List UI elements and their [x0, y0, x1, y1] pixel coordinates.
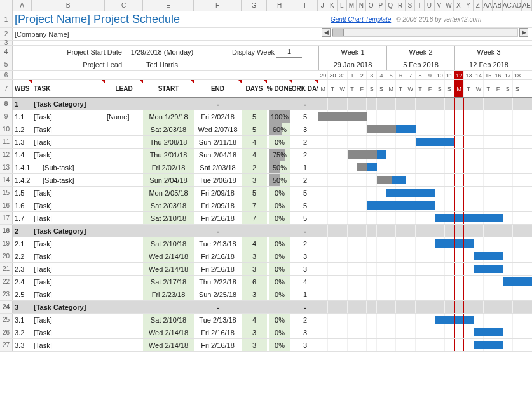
cell-lead[interactable]: [105, 250, 143, 262]
col-header-K[interactable]: K: [327, 0, 337, 11]
row-1[interactable]: 1 [Project Name] Project Schedule Gantt …: [0, 11, 532, 28]
row-header[interactable]: 10: [0, 123, 13, 135]
cell-end[interactable]: -: [194, 225, 242, 237]
cell-workdays[interactable]: -: [292, 301, 318, 313]
cell-workdays[interactable]: 3: [292, 123, 318, 135]
row-header[interactable]: 15: [0, 187, 13, 199]
cell-start[interactable]: Wed 2/14/18: [143, 339, 194, 351]
cell-end[interactable]: Fri 2/16/18: [194, 212, 242, 224]
col-header-AA[interactable]: AA: [483, 0, 493, 11]
cell-workdays[interactable]: 4: [292, 276, 318, 288]
cell-task[interactable]: [Task]: [32, 123, 105, 135]
task-row[interactable]: 131.4.1[Sub-task]Fri 2/02/18Sat 2/03/182…: [0, 161, 532, 174]
task-row[interactable]: 212.3[Task]Wed 2/14/18Fri 2/16/1830%3: [0, 263, 532, 276]
scroll-thumb[interactable]: [332, 29, 344, 36]
cell-workdays[interactable]: 3: [292, 250, 318, 262]
cell-wbs[interactable]: 2.3: [13, 263, 32, 275]
cell-days[interactable]: 3: [242, 263, 267, 275]
cell-task[interactable]: [Task]: [32, 149, 105, 161]
task-row[interactable]: 141.4.2[Sub-task]Sun 2/04/18Tue 2/06/183…: [0, 174, 532, 187]
cell-end[interactable]: Sun 2/25/18: [194, 288, 242, 300]
col-header-G[interactable]: G: [242, 0, 267, 11]
cell-wbs[interactable]: 1.2: [13, 123, 32, 135]
cell-wbs[interactable]: 1: [13, 98, 32, 110]
task-row[interactable]: 151.5[Task]Mon 2/05/18Fri 2/09/1850%5: [0, 187, 532, 199]
row-header[interactable]: 24: [0, 301, 13, 313]
cell-task[interactable]: [Task Category]: [32, 301, 105, 313]
cell-start[interactable]: [143, 301, 194, 313]
col-header-V[interactable]: V: [435, 0, 444, 11]
template-link[interactable]: Gantt Chart Template: [331, 16, 391, 23]
task-row[interactable]: 171.7[Task]Sat 2/10/18Fri 2/16/1870%5: [0, 212, 532, 225]
cell-wbs[interactable]: 1.3: [13, 136, 32, 148]
cell-lead[interactable]: [105, 123, 143, 135]
cell-days[interactable]: [242, 225, 267, 237]
task-row[interactable]: 111.3[Task]Thu 2/08/18Sun 2/11/1840%2: [0, 136, 532, 149]
value-project-lead[interactable]: Ted Harris: [124, 58, 200, 70]
col-header-Z[interactable]: Z: [474, 0, 483, 11]
cell-start[interactable]: Sat 2/03/18: [143, 199, 194, 211]
cell-wbs[interactable]: 3.3: [13, 339, 32, 351]
value-start-date[interactable]: 1/29/2018 (Monday): [124, 46, 200, 58]
cell-days[interactable]: 4: [242, 149, 267, 161]
cell-pct[interactable]: 0%: [267, 326, 292, 338]
cell-lead[interactable]: [105, 187, 143, 199]
cell-task[interactable]: [Task Category]: [32, 225, 105, 237]
cell-wbs[interactable]: 1.1: [13, 110, 32, 123]
row-header[interactable]: 23: [0, 288, 13, 300]
cell-days[interactable]: 5: [242, 187, 267, 199]
col-header-L[interactable]: L: [338, 0, 347, 11]
gantt-bar[interactable]: [474, 328, 503, 336]
col-header-Y[interactable]: Y: [463, 0, 473, 11]
cell-start[interactable]: Sat 2/17/18: [143, 276, 194, 288]
cell-end[interactable]: Sat 2/03/18: [194, 161, 242, 173]
cell-days[interactable]: 3: [242, 326, 267, 338]
row-header[interactable]: 22: [0, 276, 13, 288]
row-4[interactable]: 4 Project Start Date 1/29/2018 (Monday) …: [0, 46, 532, 58]
cell-days[interactable]: 3: [242, 339, 267, 351]
task-row[interactable]: 101.2[Task]Sat 2/03/18Wed 2/07/18560%3: [0, 123, 532, 136]
cell-pct[interactable]: 0%: [267, 250, 292, 262]
cell-task[interactable]: [Task]: [32, 263, 105, 275]
row-header[interactable]: 17: [0, 212, 13, 224]
cell-pct[interactable]: 100%: [267, 110, 292, 123]
cell-days[interactable]: 4: [242, 136, 267, 148]
col-header-O[interactable]: O: [366, 0, 376, 11]
cell-workdays[interactable]: 2: [292, 136, 318, 148]
col-header-AC[interactable]: AC: [503, 0, 512, 11]
col-header-I[interactable]: I: [292, 0, 318, 11]
row-2[interactable]: 2 [Company Name] ◀ ▶: [0, 28, 532, 41]
cell-end[interactable]: Thu 2/22/18: [194, 276, 242, 288]
hdr-start[interactable]: START: [143, 80, 194, 97]
row-3[interactable]: 3: [0, 41, 532, 46]
col-header-H[interactable]: H: [267, 0, 292, 11]
value-display-week[interactable]: 1: [276, 46, 302, 58]
row-header[interactable]: 20: [0, 250, 13, 262]
cell-end[interactable]: Fri 2/16/18: [194, 326, 242, 338]
gantt-bar[interactable]: [367, 201, 435, 210]
cell-end[interactable]: Tue 2/06/18: [194, 174, 242, 186]
col-header-Q[interactable]: Q: [386, 0, 395, 11]
cell-days[interactable]: 6: [242, 276, 267, 288]
hdr-pct[interactable]: % DONE: [267, 80, 292, 97]
cell-task[interactable]: [Task]: [32, 110, 105, 123]
cell-pct[interactable]: 50%: [267, 174, 292, 186]
cell-lead[interactable]: [105, 276, 143, 288]
cell-days[interactable]: [242, 98, 267, 110]
cell-end[interactable]: Fri 2/09/18: [194, 187, 242, 199]
scroll-right-icon[interactable]: ▶: [519, 28, 528, 37]
cell-wbs[interactable]: 1.7: [13, 212, 32, 224]
col-header-W[interactable]: W: [444, 0, 454, 11]
cell-workdays[interactable]: 5: [292, 212, 318, 224]
cell-pct[interactable]: 50%: [267, 161, 292, 173]
cell-days[interactable]: 2: [242, 161, 267, 173]
cell-workdays[interactable]: 2: [292, 314, 318, 326]
cell-end[interactable]: Fri 2/09/18: [194, 199, 242, 211]
scroll-left-icon[interactable]: ◀: [322, 28, 331, 37]
cell-pct[interactable]: 0%: [267, 187, 292, 199]
cell-end[interactable]: Sun 2/04/18: [194, 149, 242, 161]
cell-lead[interactable]: [105, 263, 143, 275]
cell-end[interactable]: Tue 2/13/18: [194, 237, 242, 250]
cell-wbs[interactable]: 1.6: [13, 199, 32, 211]
cell-days[interactable]: 7: [242, 199, 267, 211]
